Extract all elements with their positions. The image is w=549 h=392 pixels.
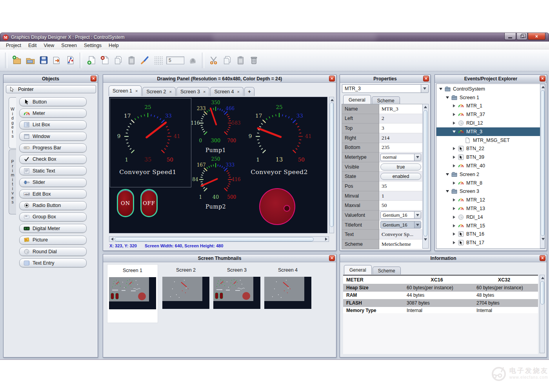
expander-open-icon[interactable]	[445, 190, 450, 192]
menu-item-edit[interactable]: Edit	[25, 42, 40, 49]
expander-closed-icon[interactable]	[451, 207, 457, 210]
expander-closed-icon[interactable]	[451, 122, 457, 125]
information-scrollbar[interactable]	[540, 275, 545, 353]
tree-node-btn-22[interactable]: BTN_22	[436, 145, 545, 153]
tab-close-icon[interactable]: ×	[135, 89, 138, 93]
objects-side-tab-widgets[interactable]: Widgets	[9, 97, 16, 149]
tree-node-mtr-3[interactable]: MTR_3	[436, 127, 545, 136]
new-screen-button[interactable]	[85, 53, 98, 67]
tree-node-mtr-40[interactable]: MTR_40	[436, 162, 545, 170]
tree-node-rdi-14[interactable]: RDI_14	[436, 213, 545, 221]
tree-node-screen-3[interactable]: Screen 3	[436, 187, 545, 196]
menu-item-screen[interactable]: Screen	[58, 42, 80, 49]
chevron-down-icon[interactable]	[414, 154, 421, 161]
screen-tab-screen-3[interactable]: Screen 3×	[176, 87, 209, 96]
close-window-button[interactable]: ×	[528, 33, 545, 40]
tree-node-mtr-18[interactable]: MTR_18	[436, 247, 545, 249]
properties-panel-close-button[interactable]: ×	[423, 76, 429, 82]
canvas-horizontal-scrollbar[interactable]	[109, 236, 329, 242]
canvas-vertical-scrollbar[interactable]	[329, 97, 334, 233]
tree-node-btn-16[interactable]: BTN_16	[436, 230, 545, 239]
tab-properties-scheme[interactable]: Scheme	[372, 96, 400, 104]
font-button[interactable]: A	[186, 53, 199, 67]
screen-tab-screen-4[interactable]: Screen 4×	[210, 87, 243, 96]
property-dropdown-metertype[interactable]: normal	[380, 154, 421, 161]
expander-closed-icon[interactable]	[451, 198, 457, 201]
object-item-text-entry[interactable]: Text Entry	[19, 258, 87, 267]
information-panel-close-button[interactable]: ×	[540, 255, 545, 261]
expander-open-icon[interactable]	[438, 88, 444, 90]
property-value[interactable]: 214	[380, 135, 389, 141]
object-item-meter[interactable]: Meter	[19, 109, 87, 118]
object-item-radio-button[interactable]: Radio Button	[19, 201, 87, 210]
property-dropdown-valuefont[interactable]: Gentium_16	[380, 211, 421, 219]
object-item-round-dial[interactable]: Round Dial	[19, 247, 87, 256]
delete-screen-button[interactable]	[98, 53, 111, 67]
property-value[interactable]: 1	[380, 193, 384, 199]
expander-closed-icon[interactable]	[451, 156, 457, 159]
explorer-scrollbar[interactable]	[540, 84, 545, 249]
properties-scrollbar[interactable]	[422, 104, 429, 249]
screen-tab-screen-1[interactable]: Screen 1×	[109, 85, 142, 96]
grid-button[interactable]	[151, 53, 165, 67]
thumbnail-image[interactable]	[264, 277, 311, 309]
tree-node-mtr-8[interactable]: MTR_8	[436, 179, 545, 187]
thumbnail-image[interactable]	[162, 277, 209, 309]
thumbnail-screen-1[interactable]: Screen 1	[107, 264, 158, 323]
tree-node-rdi-12[interactable]: RDI_12	[436, 119, 545, 127]
object-item-list-box[interactable]: List Box	[19, 120, 87, 129]
open-project-button[interactable]	[24, 53, 37, 67]
cut-button[interactable]	[207, 53, 220, 67]
property-value[interactable]: 2	[380, 115, 384, 122]
expander-open-icon[interactable]	[445, 173, 450, 176]
object-item-slider[interactable]: Slider	[19, 178, 87, 187]
tree-node-mtr-13[interactable]: MTR_13	[436, 204, 545, 213]
menu-item-help[interactable]: Help	[105, 42, 122, 49]
save-project-button[interactable]	[37, 53, 50, 67]
paste-screen-button[interactable]	[125, 53, 138, 67]
thumbnail-screen-3[interactable]: Screen 3	[211, 264, 262, 309]
tree-node-mtr-1[interactable]: MTR_1	[436, 102, 545, 111]
object-item-button[interactable]: Button	[19, 97, 87, 106]
objects-panel-close-button[interactable]: ×	[91, 76, 96, 82]
thumbnails-panel-close-button[interactable]: ×	[329, 255, 335, 261]
expander-closed-icon[interactable]	[451, 164, 457, 167]
expander-open-icon[interactable]	[445, 96, 450, 99]
expander-closed-icon[interactable]	[451, 241, 457, 244]
expander-closed-icon[interactable]	[451, 232, 457, 236]
format-brush-button[interactable]	[138, 53, 151, 67]
tab-close-icon[interactable]: ×	[203, 89, 205, 94]
generate-code-button[interactable]	[64, 53, 77, 67]
restore-button[interactable]	[516, 33, 527, 40]
property-value[interactable]: MTR_3	[380, 106, 398, 112]
object-selector-dropdown[interactable]: MTR_3	[342, 84, 429, 93]
tree-node-mtr-37[interactable]: MTR_37	[436, 110, 545, 119]
screen-tab-screen-2[interactable]: Screen 2×	[142, 87, 175, 96]
round-dial-widget[interactable]	[259, 188, 295, 225]
drawing-panel-close-button[interactable]: ×	[329, 76, 335, 82]
design-canvas[interactable]: 19172533415035Conveyor Speed101162333504…	[109, 97, 327, 233]
property-dropdown-titlefont[interactable]: Gentium_16	[380, 221, 421, 229]
object-item-picture[interactable]: Picture	[19, 236, 87, 245]
new-project-button[interactable]	[10, 53, 24, 67]
tab-close-icon[interactable]: ×	[169, 89, 172, 94]
chevron-down-icon[interactable]	[421, 85, 428, 93]
paste-button[interactable]	[234, 53, 247, 67]
pointer-tool-button[interactable]: Pointer	[6, 85, 96, 93]
tab-information-scheme[interactable]: Scheme	[373, 267, 401, 274]
tree-node-btn-17[interactable]: BTN_17	[436, 238, 545, 247]
chevron-down-icon[interactable]	[414, 221, 421, 228]
minimize-button[interactable]	[504, 33, 516, 40]
object-item-static-text[interactable]: Static Text	[19, 166, 87, 175]
tree-node-controlsystem[interactable]: ControlSystem	[436, 85, 545, 93]
object-item-digital-meter[interactable]: 8.8.8Digital Meter	[19, 224, 87, 233]
tree-node-screen-2[interactable]: Screen 2	[436, 170, 545, 179]
object-item-edit-box[interactable]: ABCEdit Box	[19, 189, 87, 198]
expander-open-icon[interactable]	[451, 131, 457, 133]
meter-widget-pump2[interactable]: 18416725033341650040Pump2	[184, 155, 250, 212]
expander-closed-icon[interactable]	[451, 224, 457, 227]
property-toggle-state[interactable]: enabled	[380, 173, 421, 180]
copy-button[interactable]	[220, 53, 234, 67]
expander-closed-icon[interactable]	[451, 104, 457, 107]
menu-item-view[interactable]: View	[40, 42, 58, 49]
